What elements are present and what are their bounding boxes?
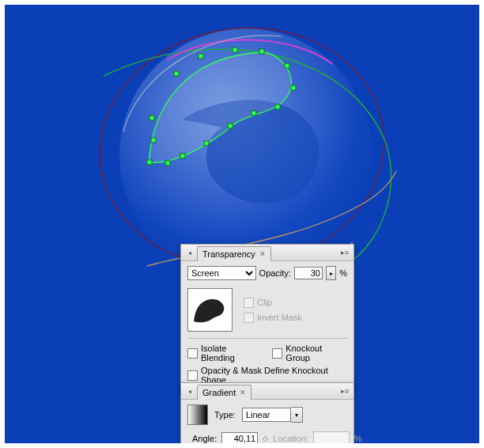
tab-transparency[interactable]: Transparency ✕ <box>197 246 271 261</box>
clip-label: Clip <box>257 298 272 307</box>
flyout-menu-icon[interactable]: ▸≡ <box>339 247 350 258</box>
svg-rect-11 <box>291 85 296 90</box>
svg-rect-16 <box>180 154 185 158</box>
svg-rect-3 <box>147 160 152 165</box>
gradient-swatch[interactable] <box>187 404 208 425</box>
svg-rect-12 <box>275 104 280 109</box>
opacity-slider-button[interactable]: ▸ <box>326 266 336 280</box>
svg-rect-4 <box>151 138 156 142</box>
invert-mask-checkbox <box>244 313 254 323</box>
location-label: Location: <box>273 434 308 443</box>
angle-label: Angle: <box>192 434 217 443</box>
svg-rect-14 <box>228 123 233 128</box>
flyout-menu-icon[interactable]: ▸≡ <box>339 385 350 397</box>
diamond-icon: ◇ <box>263 435 268 442</box>
gradient-panel[interactable]: ◂ Gradient ✕ ▸≡ Type: Linear ▾ <box>180 382 354 443</box>
chevron-down-icon[interactable]: ▾ <box>291 407 303 423</box>
location-input <box>313 431 350 443</box>
clip-checkbox <box>244 298 254 308</box>
transparency-panel[interactable]: ◂ Transparency ✕ ▸≡ Screen Opacity: ▸ % <box>180 244 354 393</box>
knockout-group-checkbox[interactable] <box>272 348 282 359</box>
angle-input[interactable] <box>221 432 258 443</box>
gradient-type-select[interactable]: Linear <box>242 408 291 422</box>
svg-rect-13 <box>251 111 256 116</box>
svg-rect-5 <box>149 116 154 120</box>
gradient-type-value: Linear <box>246 410 270 420</box>
isolate-blending-label: Isolate Blending <box>201 344 261 363</box>
opacity-mask-define-checkbox[interactable] <box>187 370 198 381</box>
type-label: Type: <box>214 410 236 420</box>
invert-mask-label: Invert Mask <box>257 313 302 322</box>
blend-mode-select[interactable]: Screen <box>187 266 256 280</box>
knockout-group-label: Knockout Group <box>285 344 347 363</box>
svg-rect-10 <box>285 63 289 68</box>
divider <box>187 338 347 339</box>
panel-header[interactable]: ◂ Transparency ✕ ▸≡ <box>181 245 354 261</box>
opacity-input[interactable] <box>294 267 323 279</box>
isolate-blending-checkbox[interactable] <box>187 348 198 359</box>
svg-rect-9 <box>259 49 264 54</box>
close-icon[interactable]: ✕ <box>259 250 266 258</box>
svg-rect-8 <box>233 47 237 52</box>
panel-header[interactable]: ◂ Gradient ✕ ▸≡ <box>181 383 354 400</box>
percent-label: % <box>354 434 362 443</box>
opacity-label: Opacity: <box>259 268 291 278</box>
tab-label: Transparency <box>202 249 255 259</box>
tab-gradient[interactable]: Gradient ✕ <box>197 385 251 400</box>
canvas-artboard[interactable]: ◂ Transparency ✕ ▸≡ Screen Opacity: ▸ % <box>5 5 479 443</box>
svg-rect-7 <box>199 54 203 59</box>
svg-rect-6 <box>174 71 179 76</box>
percent-label: % <box>339 268 347 278</box>
workspace: ◂ Transparency ✕ ▸≡ Screen Opacity: ▸ % <box>0 0 484 448</box>
svg-rect-17 <box>165 161 170 165</box>
tab-label: Gradient <box>202 388 236 397</box>
svg-rect-15 <box>204 141 209 146</box>
collapse-icon[interactable]: ◂ <box>184 385 195 397</box>
close-icon[interactable]: ✕ <box>240 389 246 397</box>
object-thumbnail[interactable] <box>187 288 233 332</box>
collapse-icon[interactable]: ◂ <box>184 247 195 258</box>
